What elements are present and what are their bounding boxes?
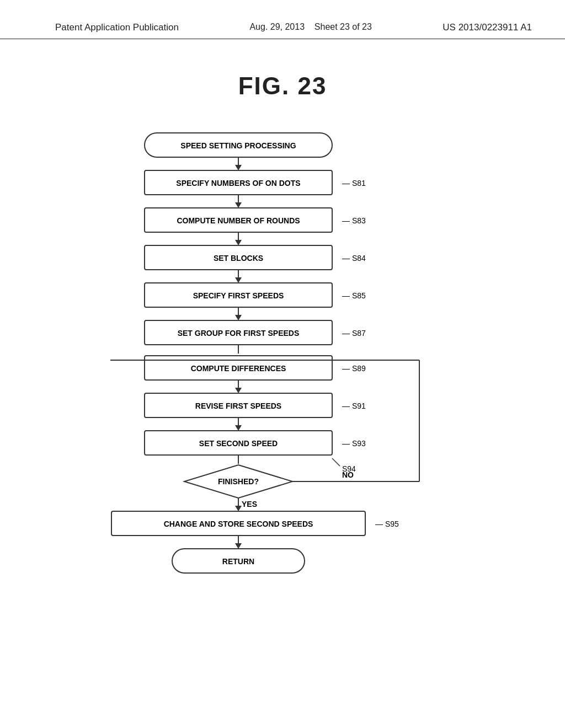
step-s83: — S83 <box>342 216 366 225</box>
s94-tick <box>332 458 340 466</box>
label-s95: CHANGE AND STORE SECOND SPEEDS <box>164 520 313 528</box>
step-s84: — S84 <box>342 254 366 263</box>
step-s87: — S87 <box>342 329 366 338</box>
label-start: SPEED SETTING PROCESSING <box>180 141 296 150</box>
header-sheet: Sheet 23 of 23 <box>315 22 372 31</box>
step-s85: — S85 <box>342 291 366 300</box>
arrowhead-5 <box>235 315 242 320</box>
label-s93: SET SECOND SPEED <box>199 439 278 448</box>
header-center: Aug. 29, 2013 Sheet 23 of 23 <box>249 22 372 32</box>
step-s91: — S91 <box>342 402 366 410</box>
figure-title: FIG. 23 <box>0 72 565 100</box>
arrowhead-2 <box>235 202 242 208</box>
header-left: Patent Application Publication <box>55 22 179 33</box>
label-s94: FINISHED? <box>218 477 259 486</box>
flowchart-container: SPEED SETTING PROCESSING SPECIFY NUMBERS… <box>0 122 565 662</box>
label-end: RETURN <box>222 557 254 566</box>
label-s85: SPECIFY FIRST SPEEDS <box>193 291 284 300</box>
no-label: NO <box>342 470 354 479</box>
header: Patent Application Publication Aug. 29, … <box>0 0 565 39</box>
publication-label: Patent Application Publication <box>55 22 179 33</box>
arrowhead-4 <box>235 277 242 283</box>
label-s81: SPECIFY NUMBERS OF ON DOTS <box>176 179 300 188</box>
step-s93: — S93 <box>342 439 366 448</box>
arrowhead-8 <box>235 425 242 431</box>
header-right: US 2013/0223911 A1 <box>443 22 532 33</box>
arrowhead-7 <box>235 388 242 393</box>
label-s91: REVISE FIRST SPEEDS <box>195 402 281 410</box>
yes-label: YES <box>242 500 257 508</box>
arrowhead-3 <box>235 240 242 245</box>
step-s81: — S81 <box>342 179 366 188</box>
arrowhead-1 <box>235 165 242 170</box>
arrowhead-yes <box>235 506 242 511</box>
arrowhead-10 <box>235 543 242 549</box>
patent-number: US 2013/0223911 A1 <box>443 22 532 33</box>
step-s95: — S95 <box>375 520 399 528</box>
label-s87: SET GROUP FOR FIRST SPEEDS <box>178 329 300 338</box>
label-s89: COMPUTE DIFFERENCES <box>191 364 286 373</box>
label-s83: COMPUTE NUMBER OF ROUNDS <box>177 216 300 225</box>
page: Patent Application Publication Aug. 29, … <box>0 0 565 728</box>
header-date: Aug. 29, 2013 <box>249 22 305 31</box>
label-s84: SET BLOCKS <box>214 254 263 263</box>
step-s89: — S89 <box>342 364 366 373</box>
flowchart-svg: SPEED SETTING PROCESSING SPECIFY NUMBERS… <box>0 122 565 662</box>
